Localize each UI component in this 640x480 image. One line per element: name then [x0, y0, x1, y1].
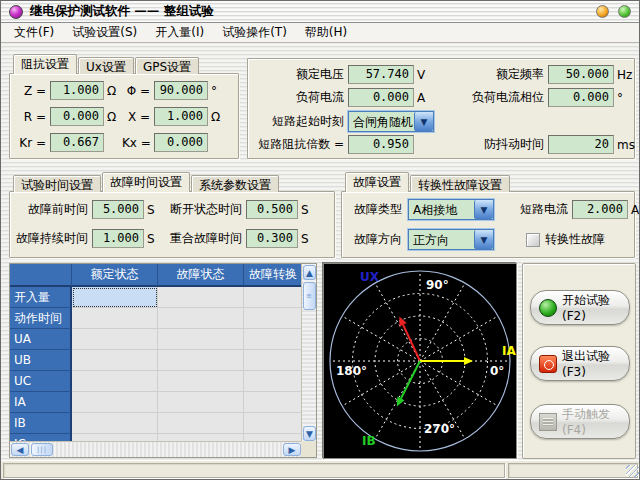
- tab-fault-settings[interactable]: 故障设置: [345, 172, 409, 192]
- menu-bar: 文件(F) 试验设置(S) 开入量(I) 试验操作(T) 帮助(H): [1, 23, 640, 43]
- short-current-label: 短路电流: [508, 201, 568, 218]
- manual-trigger-button[interactable]: 手动触发(F4): [530, 404, 630, 439]
- chevron-down-icon[interactable]: ▼: [474, 200, 493, 219]
- horizontal-scroll-thumb[interactable]: |||: [31, 443, 53, 456]
- table-row: IA: [10, 392, 302, 413]
- r-label: R =: [16, 110, 46, 124]
- debounce-field[interactable]: 20: [548, 135, 614, 154]
- scroll-down-icon[interactable]: ▼: [303, 426, 316, 441]
- action-button-panel: 开始试验(F2) 退出试验(F3) 手动触发(F4): [522, 263, 636, 459]
- prefault-time-unit: S: [144, 203, 158, 217]
- table-row: UB: [10, 350, 302, 371]
- col-header-blank: [10, 264, 72, 287]
- prefault-time-field[interactable]: 5.000: [92, 200, 144, 219]
- col-header-fault-state: 故障状态: [158, 264, 244, 287]
- scroll-left-icon[interactable]: ◀: [11, 443, 29, 456]
- z-label: Z =: [16, 84, 46, 98]
- r-field[interactable]: 0.000: [50, 107, 104, 126]
- scroll-up-icon[interactable]: ▲: [303, 265, 316, 280]
- rated-freq-field[interactable]: 50.000: [548, 65, 614, 84]
- vertical-scroll-thumb[interactable]: ≡: [303, 282, 316, 310]
- rated-voltage-field[interactable]: 57.740: [348, 65, 414, 84]
- impedance-mult-label: 短路阻抗倍数 =: [254, 136, 344, 153]
- result-grid[interactable]: 额定状态 故障状态 故障转换 开入量 动作时间 UA UB UC IA IB I…: [10, 264, 302, 442]
- menu-help[interactable]: 帮助(H): [296, 22, 356, 43]
- reclose-fault-time-field[interactable]: 0.300: [246, 229, 298, 248]
- short-start-value: 合闸角随机: [349, 112, 414, 131]
- polar-grid: [324, 264, 516, 458]
- green-orb-icon: [539, 299, 557, 317]
- fault-direction-label: 故障方向: [350, 231, 402, 248]
- scroll-right-icon[interactable]: ▶: [283, 443, 301, 456]
- load-current-field[interactable]: 0.000: [348, 88, 414, 107]
- tab-fault-time[interactable]: 故障时间设置: [102, 172, 190, 192]
- load-current-label: 负荷电流: [254, 89, 344, 106]
- menu-test-settings[interactable]: 试验设置(S): [63, 22, 146, 43]
- phi-unit: °: [208, 84, 217, 98]
- load-phase-field[interactable]: 0.000: [548, 88, 614, 107]
- rated-voltage-label: 额定电压: [254, 66, 344, 83]
- tab-system-params[interactable]: 系统参数设置: [191, 175, 279, 192]
- kx-label: Kx =: [122, 136, 150, 150]
- convert-fault-label: 转换性故障: [545, 231, 605, 248]
- impedance-mult-field[interactable]: 0.950: [348, 135, 414, 154]
- fault-duration-label: 故障持续时间: [16, 230, 88, 247]
- phi-label: Φ =: [122, 84, 150, 98]
- close-button[interactable]: [618, 5, 631, 18]
- rated-freq-unit: Hz: [614, 68, 632, 82]
- x-label: X =: [122, 110, 150, 124]
- menu-file[interactable]: 文件(F): [5, 22, 63, 43]
- kx-field[interactable]: 0.000: [154, 133, 208, 152]
- scrollbar-corner: [301, 441, 316, 457]
- ux-legend-label: UX: [360, 270, 379, 284]
- chevron-down-icon[interactable]: ▼: [474, 230, 493, 249]
- tab-convert-fault-settings[interactable]: 转换性故障设置: [410, 175, 510, 192]
- fault-duration-field[interactable]: 1.000: [92, 229, 144, 248]
- resize-grip-icon[interactable]: [626, 465, 639, 477]
- window-title: 继电保护测试软件 —— 整组试验: [30, 3, 214, 20]
- z-field[interactable]: 1.000: [50, 81, 104, 100]
- selected-cell[interactable]: [72, 287, 158, 308]
- ib-legend-label: IB: [362, 434, 376, 448]
- table-row: IB: [10, 413, 302, 434]
- fault-type-combo[interactable]: A相接地 ▼: [408, 199, 494, 220]
- minimize-button[interactable]: [596, 5, 609, 18]
- vertical-scrollbar[interactable]: ▲ ≡ ▼: [301, 264, 316, 442]
- deg-180-label: 180°: [336, 364, 367, 378]
- x-field[interactable]: 1.000: [154, 107, 208, 126]
- deg-90-label: 90°: [426, 278, 449, 292]
- table-row: UA: [10, 329, 302, 350]
- deg-270-label: 270°: [424, 422, 455, 436]
- open-state-time-field[interactable]: 0.500: [246, 200, 298, 219]
- app-window: { "window": { "title": "继电保护测试软件 —— 整组试验…: [0, 0, 640, 480]
- tab-test-time[interactable]: 试验时间设置: [13, 175, 101, 192]
- time-tabs: 试验时间设置 故障时间设置 系统参数设置: [13, 172, 280, 192]
- convert-fault-checkbox[interactable]: [526, 233, 540, 247]
- debounce-label: 防抖动时间: [438, 136, 544, 153]
- kr-field[interactable]: 0.667: [50, 133, 104, 152]
- time-panel: 故障前时间 5.000 S 断开状态时间 0.500 S 故障持续时间 1.00…: [9, 191, 335, 258]
- exit-test-button[interactable]: 退出试验(F3): [530, 346, 630, 381]
- title-bar: 继电保护测试软件 —— 整组试验: [1, 1, 640, 23]
- start-test-label: 开始试验(F2): [562, 292, 629, 323]
- fault-direction-combo[interactable]: 正方向 ▼: [408, 229, 494, 250]
- phi-field[interactable]: 90.000: [154, 81, 208, 100]
- short-start-combo[interactable]: 合闸角随机 ▼: [348, 111, 434, 132]
- tab-impedance-settings[interactable]: 阻抗设置: [13, 54, 77, 74]
- start-test-button[interactable]: 开始试验(F2): [530, 290, 630, 325]
- status-pane-right: [508, 463, 638, 478]
- fault-type-value: A相接地: [409, 200, 474, 219]
- reclose-fault-time-label: 重合故障时间: [158, 230, 242, 247]
- z-unit: Ω: [104, 84, 122, 98]
- gray-doc-icon: [539, 413, 557, 431]
- deg-0-label: 0°: [490, 364, 504, 378]
- tab-gps-settings[interactable]: GPS设置: [135, 57, 199, 74]
- tab-ux-settings[interactable]: Ux设置: [78, 57, 134, 74]
- chevron-down-icon[interactable]: ▼: [414, 112, 433, 131]
- menu-binary-input[interactable]: 开入量(I): [146, 22, 213, 43]
- menu-test-operation[interactable]: 试验操作(T): [213, 22, 296, 43]
- load-phase-label: 负荷电流相位: [438, 89, 544, 106]
- manual-trigger-label: 手动触发(F4): [562, 406, 629, 437]
- horizontal-scrollbar[interactable]: ◀ ||| ▶: [10, 441, 302, 457]
- short-current-field[interactable]: 2.000: [572, 200, 628, 219]
